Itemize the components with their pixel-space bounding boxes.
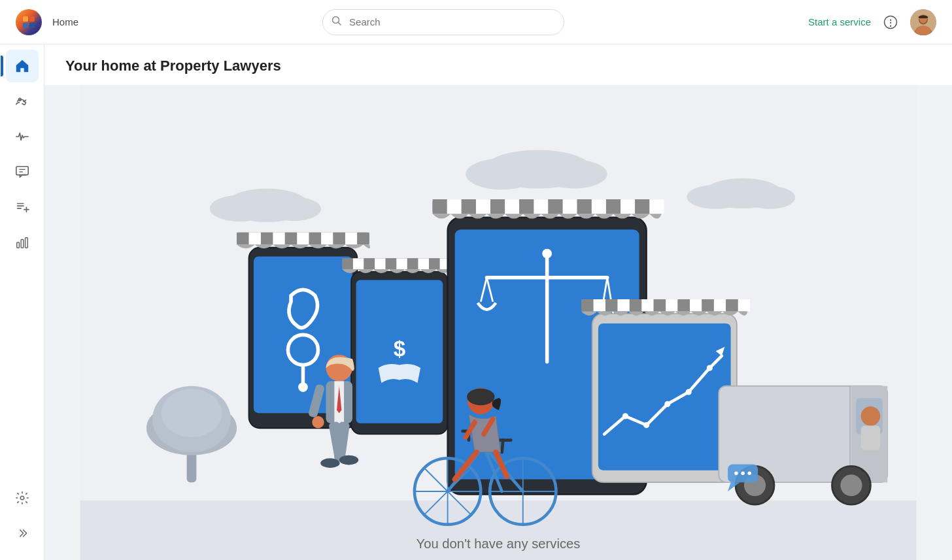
svg-rect-91 [649,199,664,214]
search-bar-container [322,9,564,35]
svg-rect-84 [548,199,562,214]
svg-rect-49 [273,233,284,244]
svg-point-26 [20,496,24,500]
sidebar-item-home[interactable] [6,50,39,82]
svg-point-29 [210,195,270,222]
svg-rect-85 [563,199,577,214]
svg-rect-107 [641,299,653,311]
svg-rect-100 [598,323,731,470]
svg-rect-23 [16,242,19,248]
svg-rect-55 [345,233,357,244]
svg-rect-53 [321,233,333,244]
user-avatar[interactable] [910,9,936,35]
svg-point-132 [734,472,738,476]
svg-point-30 [267,197,321,221]
svg-rect-65 [375,258,386,269]
svg-rect-79 [476,199,490,214]
svg-rect-77 [447,199,462,214]
svg-rect-113 [714,299,726,311]
sidebar-item-services[interactable] [6,85,39,118]
svg-rect-67 [396,258,407,269]
illustration-area: $ [44,85,952,560]
svg-point-116 [622,413,628,419]
app-logo[interactable] [16,9,42,35]
svg-rect-90 [635,199,649,214]
content-area: Your home at Property Lawyers [44,44,952,560]
svg-point-119 [686,389,692,395]
info-icon[interactable]: ⋮ [881,13,900,31]
svg-point-32 [466,158,538,189]
svg-rect-86 [577,199,592,214]
home-link[interactable]: Home [52,16,78,27]
svg-rect-50 [285,233,297,244]
sidebar-bottom [6,482,39,555]
start-service-button[interactable]: Start a service [808,16,871,27]
svg-rect-87 [592,199,606,214]
svg-rect-47 [249,233,261,244]
svg-rect-115 [738,299,750,311]
svg-rect-89 [620,199,635,214]
search-icon [332,16,342,29]
svg-rect-52 [309,233,321,244]
svg-point-33 [541,159,607,188]
svg-rect-54 [333,233,345,244]
page-title-bar: Your home at Property Lawyers [44,44,952,85]
svg-point-141 [339,455,358,465]
svg-rect-78 [462,199,476,214]
svg-point-117 [643,422,649,428]
nav-right-actions: Start a service ⋮ [808,9,936,35]
svg-rect-0 [23,16,28,22]
sidebar-item-activity[interactable] [6,120,39,153]
svg-line-155 [502,440,503,452]
svg-rect-56 [357,233,369,244]
svg-rect-112 [702,299,713,311]
top-navigation: Home Start a service ⋮ [0,0,952,44]
svg-rect-25 [25,238,27,248]
svg-rect-104 [605,299,617,311]
svg-rect-111 [690,299,702,311]
svg-point-120 [707,365,713,371]
svg-rect-2 [23,23,28,28]
svg-rect-51 [297,233,309,244]
svg-point-157 [467,388,494,405]
svg-rect-102 [581,299,593,311]
svg-rect-69 [418,258,429,269]
svg-rect-64 [364,258,375,269]
sidebar-item-analytics[interactable] [6,226,39,259]
svg-rect-70 [429,258,440,269]
sidebar-item-settings[interactable] [6,482,39,514]
svg-rect-63 [353,258,364,269]
sidebar-item-add-list[interactable] [6,191,39,223]
sidebar [0,44,44,560]
svg-text:⋮: ⋮ [887,18,894,27]
svg-rect-110 [678,299,690,311]
svg-point-41 [162,389,222,437]
hero-illustration: $ [44,85,952,560]
main-layout: Your home at Property Lawyers [0,44,952,560]
svg-rect-82 [519,199,534,214]
svg-rect-66 [386,258,397,269]
svg-point-130 [840,474,862,496]
svg-rect-83 [534,199,548,214]
svg-point-35 [687,185,744,209]
svg-text:$: $ [394,337,405,361]
svg-point-133 [741,472,745,476]
svg-rect-103 [594,299,605,311]
svg-rect-80 [490,199,505,214]
svg-text:You don't have any services: You don't have any services [416,536,581,551]
svg-rect-68 [407,258,418,269]
svg-point-134 [747,472,751,476]
svg-point-118 [664,401,670,407]
svg-rect-24 [21,239,24,248]
svg-rect-81 [505,199,519,214]
svg-rect-1 [29,16,35,22]
svg-rect-106 [630,299,641,311]
sidebar-item-messages[interactable] [6,156,39,188]
svg-rect-62 [342,258,353,269]
search-input[interactable] [322,9,564,35]
svg-rect-48 [261,233,273,244]
sidebar-item-expand[interactable] [6,517,39,550]
svg-rect-109 [666,299,677,311]
svg-point-143 [312,416,324,428]
svg-line-5 [339,22,341,25]
